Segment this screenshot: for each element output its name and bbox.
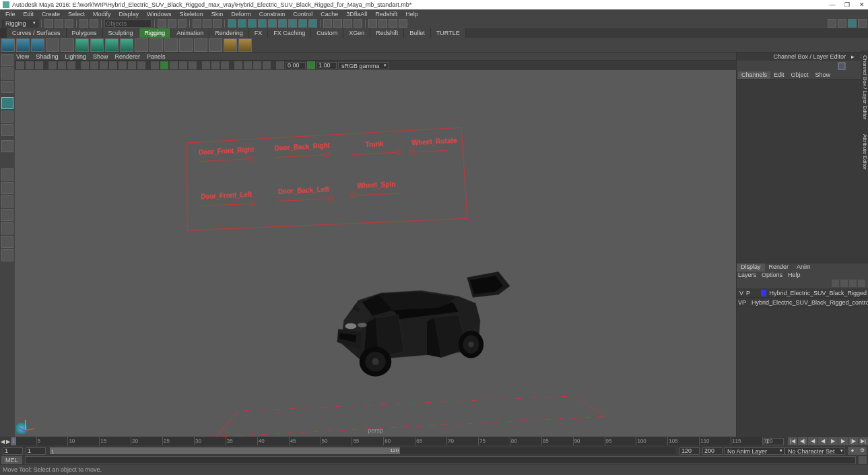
layer-display-type[interactable]: P [745, 290, 752, 296]
render-settings-icon[interactable] [354, 19, 362, 28]
menu-deform[interactable]: Deform [227, 11, 255, 18]
vp-aa-icon[interactable] [253, 61, 261, 69]
shelf-tab-turtle[interactable]: TURTLE [431, 28, 466, 38]
construction-history-icon[interactable] [323, 19, 332, 28]
layout-two-side-icon[interactable] [1, 195, 13, 208]
shelf-cluster-icon[interactable] [90, 38, 104, 52]
vp-select-camera-icon[interactable] [16, 61, 24, 69]
layer-menu-options[interactable]: Options [762, 272, 782, 280]
shelf-constraint-4-icon[interactable] [179, 38, 193, 52]
shelf-tab-curves-surfaces[interactable]: Curves / Surfaces [7, 28, 67, 38]
lasso-tool-icon[interactable] [1, 67, 13, 80]
snap-toggle-8-icon[interactable] [298, 19, 307, 28]
layer-move-down-icon[interactable] [840, 280, 848, 287]
vp-gamma-icon[interactable] [307, 61, 315, 69]
layer-new-selected-icon[interactable] [858, 280, 865, 287]
channel-tab-object[interactable]: Object [788, 71, 812, 79]
gamma-input[interactable] [316, 62, 337, 69]
shelf-humanik-2-icon[interactable] [238, 38, 252, 52]
misc-icon-3[interactable] [389, 19, 397, 28]
rotate-tool-icon[interactable] [1, 110, 13, 123]
minimize-button[interactable]: — [829, 1, 836, 8]
layer-new-empty-icon[interactable] [849, 280, 857, 287]
open-scene-icon[interactable] [55, 19, 63, 28]
menu-constrain[interactable]: Constrain [255, 11, 290, 18]
ruler-left-arrow-icon[interactable]: ◀ [0, 439, 5, 445]
vp-shaded-icon[interactable] [160, 61, 168, 69]
snap-point-icon[interactable] [213, 19, 222, 28]
sidebar-toggle-1-icon[interactable] [828, 19, 836, 28]
menu-control[interactable]: Control [289, 11, 316, 18]
layer-tab-display[interactable]: Display [737, 263, 765, 272]
step-back-button[interactable]: ◀ [808, 437, 817, 445]
new-scene-icon[interactable] [44, 19, 53, 28]
sidebar-toggle-3-icon[interactable] [848, 19, 857, 28]
ruler-right-arrow-icon[interactable]: ▶ [5, 439, 11, 445]
close-button[interactable]: ✕ [859, 1, 865, 8]
step-back-key-button[interactable]: ◀| [798, 437, 807, 445]
panel-collapse-icon[interactable]: ▸ [851, 53, 855, 60]
snap-toggle-6-icon[interactable] [278, 19, 287, 28]
go-start-button[interactable]: |◀ [788, 437, 797, 445]
shelf-tab-sculpting[interactable]: Sculpting [103, 28, 139, 38]
vp-xray-icon[interactable] [211, 61, 220, 69]
viewport-menu-lighting[interactable]: Lighting [65, 53, 86, 60]
shelf-tab-animation[interactable]: Animation [171, 28, 209, 38]
viewport-menu-shading[interactable]: Shading [36, 53, 58, 60]
layer-row[interactable]: V P Hybrid_Electric_SUV_Black_Rigged_con… [737, 298, 868, 307]
time-slider[interactable]: 1510152025303540455055606570758085909510… [11, 437, 762, 445]
shelf-constraint-5-icon[interactable] [194, 38, 207, 52]
scale-tool-icon[interactable] [1, 124, 13, 136]
sidebar-toggle-4-icon[interactable] [858, 19, 867, 28]
menu-help[interactable]: Help [401, 11, 422, 18]
script-editor-icon[interactable] [859, 456, 867, 464]
door-front-right-slider[interactable] [199, 158, 251, 162]
step-forward-key-button[interactable]: |▶ [848, 437, 858, 445]
select-by-component-icon[interactable] [178, 19, 187, 28]
range-slider-track[interactable]: 1 120 [50, 447, 675, 454]
play-forward-button[interactable]: ▶ [828, 437, 838, 445]
vp-exposure-icon[interactable] [276, 61, 284, 69]
vp-field-chart-icon[interactable] [119, 61, 127, 69]
character-set-dropdown[interactable]: No Character Set [784, 447, 845, 455]
door-back-left-slider[interactable] [277, 198, 331, 201]
misc-icon-1[interactable] [368, 19, 377, 28]
shelf-tab-redshift[interactable]: Redshift [370, 28, 404, 38]
layer-tab-anim[interactable]: Anim [793, 263, 815, 272]
viewport-menu-renderer[interactable]: Renderer [114, 53, 140, 60]
layout-persp-outliner-icon[interactable] [1, 222, 13, 234]
shelf-constraint-6-icon[interactable] [209, 38, 222, 52]
menu-edit[interactable]: Edit [20, 11, 38, 18]
vp-gate-mask-icon[interactable] [109, 61, 117, 69]
shelf-tab-rendering[interactable]: Rendering [209, 28, 249, 38]
misc-icon-2[interactable] [378, 19, 387, 28]
layer-tab-render[interactable]: Render [765, 263, 793, 272]
viewport-menu-show[interactable]: Show [93, 53, 108, 60]
snap-curve-icon[interactable] [203, 19, 211, 28]
shelf-tab-rigging[interactable]: Rigging [139, 28, 172, 38]
select-tool-icon[interactable] [1, 54, 13, 66]
shelf-tab-fx[interactable]: FX [249, 28, 269, 38]
save-scene-icon[interactable] [65, 19, 73, 28]
script-language-label[interactable]: MEL [1, 456, 22, 464]
shelf-ik-icon[interactable] [16, 38, 30, 52]
paint-select-tool-icon[interactable] [1, 81, 13, 93]
snap-toggle-9-icon[interactable] [308, 19, 317, 28]
go-end-button[interactable]: ▶| [859, 437, 868, 445]
vp-grease-icon[interactable] [67, 61, 75, 69]
misc-icon-4[interactable] [399, 19, 407, 28]
menu-modify[interactable]: Modify [89, 11, 115, 18]
vp-safe-action-icon[interactable] [128, 61, 136, 69]
vp-ao-icon[interactable] [234, 61, 242, 69]
sidebar-toggle-2-icon[interactable] [838, 19, 846, 28]
snap-grid-icon[interactable] [193, 19, 201, 28]
menu-skin[interactable]: Skin [207, 11, 228, 18]
viewcube-mini-icon[interactable] [837, 61, 846, 71]
vp-2d-pan-icon[interactable] [58, 61, 66, 69]
shelf-tab-bullet[interactable]: Bullet [404, 28, 431, 38]
layer-move-up-icon[interactable] [832, 280, 839, 287]
vp-textured-icon[interactable] [170, 61, 178, 69]
snap-toggle-5-icon[interactable] [268, 19, 277, 28]
range-end-input[interactable] [679, 447, 700, 455]
layer-visibility-toggle[interactable]: V [738, 290, 745, 296]
